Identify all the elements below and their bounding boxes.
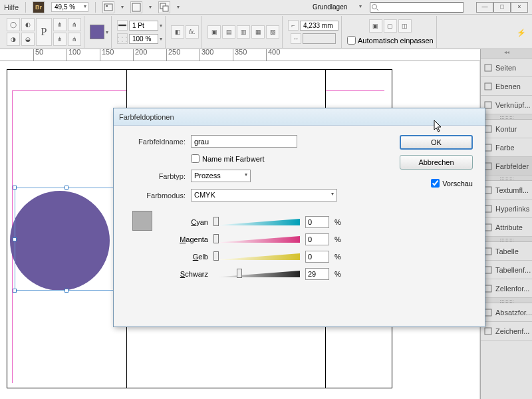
horizontal-ruler: 50 100 150 200 250 300 350 400: [0, 49, 532, 61]
wrap-icon[interactable]: ▥: [237, 25, 250, 39]
panel-pages[interactable]: Seiten: [481, 59, 532, 77]
color-type-select[interactable]: Prozess: [191, 170, 251, 182]
corner-input[interactable]: [300, 21, 338, 31]
screen-mode-icon[interactable]: [130, 1, 142, 13]
arrange-icon[interactable]: [158, 1, 170, 13]
wrap-icon[interactable]: ▧: [266, 25, 279, 39]
svg-rect-16: [485, 224, 491, 231]
percent-label: %: [334, 235, 341, 243]
char-panel-icon[interactable]: P: [36, 18, 52, 46]
color-mode-select[interactable]: CMYK: [191, 189, 337, 201]
opacity-input[interactable]: [129, 34, 158, 44]
window-maximize[interactable]: □: [493, 2, 511, 13]
selection-bounds: [15, 188, 118, 291]
channel-value-input[interactable]: [305, 268, 329, 280]
panel-color[interactable]: Farbe: [481, 138, 532, 157]
corner-icon[interactable]: ⌐: [288, 20, 299, 31]
svg-rect-17: [485, 248, 491, 255]
fit-icon[interactable]: ◫: [398, 19, 412, 33]
autofit-checkbox[interactable]: [347, 36, 356, 45]
name-with-value-checkbox[interactable]: [191, 154, 200, 163]
tool-icon[interactable]: ◑: [7, 33, 20, 46]
menu-help[interactable]: Hilfe: [4, 3, 19, 11]
search-input[interactable]: [370, 2, 464, 13]
selection-handle[interactable]: [13, 289, 17, 293]
cancel-button[interactable]: Abbrechen: [400, 155, 473, 170]
stroke-weight-input[interactable]: [129, 21, 158, 31]
panel-cellstyles[interactable]: Zellenfor...: [481, 279, 532, 298]
panel-table[interactable]: Tabelle: [481, 242, 532, 261]
channel-slider[interactable]: [213, 236, 300, 243]
window-minimize[interactable]: —: [476, 2, 493, 13]
wrap-icon[interactable]: ▦: [251, 25, 265, 39]
corner-style[interactable]: [303, 33, 336, 44]
panel-label: Attribute: [495, 223, 523, 231]
panel-collapse[interactable]: ◂◂: [481, 49, 532, 59]
selection-handle[interactable]: [65, 186, 68, 190]
wrap-icon[interactable]: ▣: [207, 25, 221, 39]
preview-checkbox[interactable]: [431, 179, 440, 188]
channel-slider[interactable]: [213, 219, 300, 225]
swatch-options-dialog: Farbfeldoptionen Farbfeldname: Name mit …: [113, 108, 485, 327]
selection-handle[interactable]: [13, 237, 17, 241]
wrap-icon[interactable]: ▤: [222, 25, 235, 39]
svg-rect-18: [485, 267, 491, 273]
channel-slider[interactable]: [213, 253, 300, 260]
swatch-name-input[interactable]: [191, 135, 297, 148]
tool-icon[interactable]: ◒: [21, 33, 35, 46]
preview-label: Vorschau: [442, 180, 473, 188]
selection-handle[interactable]: [65, 289, 68, 293]
anchor-icon[interactable]: ⋔: [53, 18, 66, 31]
fit-icon[interactable]: ▣: [369, 19, 382, 33]
fit-icon[interactable]: ▢: [384, 19, 397, 33]
fx-icon[interactable]: fx.: [186, 25, 199, 39]
panel-label: Absatzfor...: [495, 309, 532, 317]
svg-rect-1: [106, 5, 108, 7]
panel-swatches[interactable]: Farbfelder: [481, 157, 532, 176]
ruler-tick: 200: [133, 49, 147, 61]
ruler-tick: 150: [100, 49, 114, 61]
color-preview-swatch: [132, 211, 152, 231]
dialog-title[interactable]: Farbfeldoptionen: [114, 108, 485, 126]
panel-label: Ebenen: [495, 82, 521, 90]
panel-links[interactable]: Verknüpf...: [481, 96, 532, 114]
effects-icon[interactable]: ◧: [171, 25, 184, 39]
link-icon[interactable]: ↔: [291, 33, 301, 44]
fill-swatch[interactable]: [90, 25, 104, 39]
svg-rect-8: [485, 65, 491, 71]
channel-slider[interactable]: [213, 271, 300, 277]
channel-value-input[interactable]: [305, 251, 329, 263]
channel-value-input[interactable]: [305, 233, 329, 245]
anchor-icon[interactable]: ⋔: [68, 33, 81, 46]
panel-layers[interactable]: Ebenen: [481, 77, 532, 96]
anchor-icon[interactable]: ⋔: [68, 18, 81, 31]
panel-attributes[interactable]: Attribute: [481, 218, 532, 237]
anchor-icon[interactable]: ⋔: [53, 33, 66, 46]
ok-button[interactable]: OK: [400, 135, 473, 150]
panel-parastyles[interactable]: Absatzfor...: [481, 303, 532, 322]
panel-charstyles[interactable]: Zeichenf...: [481, 322, 532, 340]
panel-label: Seiten: [495, 64, 516, 72]
divider: [95, 2, 96, 13]
selection-handle[interactable]: [13, 186, 17, 190]
tool-icon[interactable]: ◯: [7, 18, 20, 31]
tool-icon[interactable]: ◐: [21, 18, 35, 31]
zoom-dropdown[interactable]: 49,5 %: [51, 2, 88, 12]
quick-apply-icon[interactable]: ⚡: [515, 23, 528, 43]
panel-textwrap[interactable]: Textumfl...: [481, 181, 532, 200]
channel-label: Cyan: [172, 218, 208, 226]
window-close[interactable]: ×: [511, 2, 528, 13]
channel-value-input[interactable]: [305, 216, 329, 228]
ruler-tick: 350: [233, 49, 247, 61]
opacity-icon[interactable]: [117, 33, 128, 44]
stroke-icon[interactable]: [117, 20, 128, 31]
workspace-dropdown[interactable]: Grundlagen: [310, 3, 363, 11]
panel-hyperlinks[interactable]: Hyperlinks: [481, 200, 532, 218]
panel-label: Tabellenf...: [495, 266, 531, 274]
panel-tablestyles[interactable]: Tabellenf...: [481, 261, 532, 279]
bridge-icon[interactable]: Br: [33, 1, 45, 13]
svg-rect-12: [485, 144, 491, 151]
view-options-icon[interactable]: [102, 1, 114, 13]
panel-stroke[interactable]: Kontur: [481, 120, 532, 138]
menubar: Hilfe Br 49,5 % ▾ ▾ ▾ Grundlagen — □ ×: [0, 0, 532, 15]
